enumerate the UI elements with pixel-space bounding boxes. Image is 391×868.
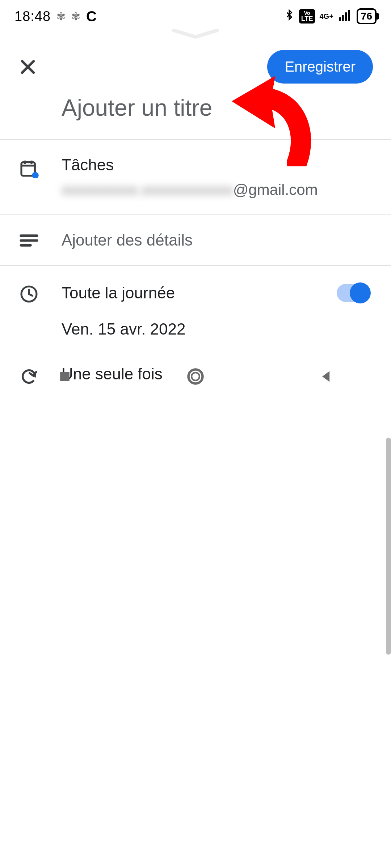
date-row[interactable]: Ven. 15 avr. 2022 xyxy=(0,320,391,354)
nav-home-button[interactable] xyxy=(186,367,205,386)
title-row xyxy=(0,91,391,139)
details-placeholder: Ajouter des détails xyxy=(62,231,373,249)
account-row[interactable]: Tâches xxxxxxxxxx.xxxxxxxxxxxx@gmail.com xyxy=(0,140,391,214)
notes-icon xyxy=(18,231,40,248)
network-type: 4G+ xyxy=(319,12,333,21)
bluetooth-icon xyxy=(284,8,295,25)
nav-recent-button[interactable] xyxy=(57,369,73,384)
svg-point-5 xyxy=(192,373,199,380)
date-label: Ven. 15 avr. 2022 xyxy=(62,320,186,338)
volte-icon: Vo LTE xyxy=(299,9,315,24)
paw-icon: ✾ xyxy=(71,10,80,23)
scrollbar[interactable] xyxy=(386,438,391,655)
all-day-toggle[interactable] xyxy=(337,284,369,302)
details-row[interactable]: Ajouter des détails xyxy=(0,215,391,265)
account-email-redacted: xxxxxxxxxx.xxxxxxxxxxxx xyxy=(62,181,233,199)
battery-icon: 76 xyxy=(357,8,377,24)
title-input[interactable] xyxy=(62,94,373,121)
tasks-calendar-icon xyxy=(18,156,40,178)
svg-point-1 xyxy=(32,172,39,179)
header: Enregistrer xyxy=(0,43,391,91)
svg-rect-3 xyxy=(60,372,70,381)
status-left: 18:48 ✾ ✾ C xyxy=(14,8,97,25)
account-email: xxxxxxxxxx.xxxxxxxxxxxx@gmail.com xyxy=(62,181,373,199)
c-icon: C xyxy=(86,8,97,25)
save-button[interactable]: Enregistrer xyxy=(267,50,373,84)
paw-icon: ✾ xyxy=(56,10,66,23)
status-right: Vo LTE 4G+ 76 xyxy=(284,8,377,25)
all-day-row: Toute la journée xyxy=(0,266,391,320)
nav-back-button[interactable] xyxy=(318,369,334,384)
status-bar: 18:48 ✾ ✾ C Vo LTE 4G+ 76 xyxy=(0,0,391,33)
android-navbar xyxy=(0,351,391,402)
all-day-label: Toute la journée xyxy=(62,284,315,302)
drag-handle-icon[interactable] xyxy=(0,29,391,39)
clock-icon xyxy=(18,282,40,304)
close-button[interactable] xyxy=(18,57,38,77)
signal-icon xyxy=(338,9,352,24)
status-time: 18:48 xyxy=(14,9,51,24)
account-label: Tâches xyxy=(62,156,373,174)
svg-point-4 xyxy=(188,370,202,384)
